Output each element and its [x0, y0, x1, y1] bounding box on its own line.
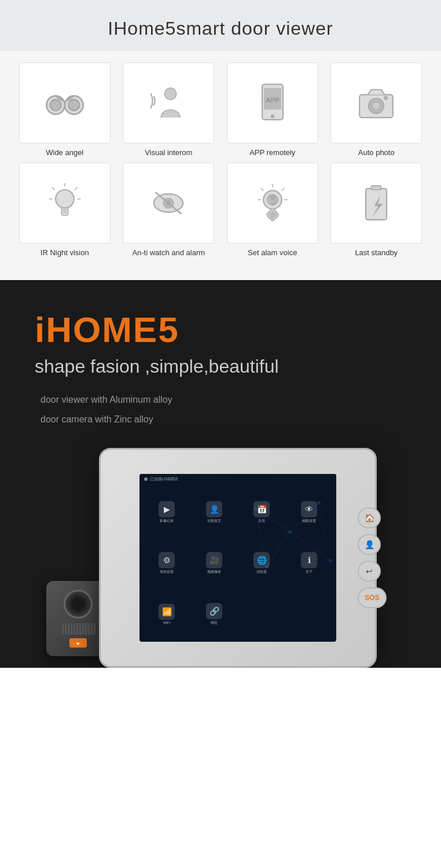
svg-rect-36 [271, 219, 274, 221]
app-phone-icon: APP [252, 82, 293, 124]
svg-rect-37 [266, 214, 269, 216]
alarm-settings-icon [252, 182, 293, 224]
svg-point-3 [68, 100, 79, 111]
feature-wide-angel: Wide angel [17, 62, 112, 157]
feature-set-alarm-voice-label: Set alam voice [248, 248, 297, 257]
feature-app-remotely-label: APP remotely [249, 148, 295, 157]
svg-line-51 [255, 509, 267, 567]
svg-line-50 [319, 503, 330, 561]
svg-line-47 [267, 532, 290, 567]
feature-auto-photo: Auto photo [329, 62, 424, 157]
person-wave-icon [148, 82, 189, 124]
battery-bolt-icon [355, 182, 397, 224]
camera-speaker [61, 623, 95, 635]
tablet-screen: 已连接USB调试 [139, 474, 336, 642]
header-section: IHome5smart door viewer [0, 0, 441, 51]
tablet-device: 已连接USB调试 [99, 448, 377, 668]
feature-app-remotely: APP APP remotely [225, 62, 320, 157]
menu-item-bind: 🔗 绑定 [192, 590, 237, 638]
promo-section: iHOME5 shape fasion ,simple,beautiful do… [0, 280, 441, 668]
feature-auto-photo-label: Auto photo [358, 148, 395, 157]
feature-visual-intercom: Visual interom [122, 62, 216, 157]
feature-ir-night-vision: IR Night vision [17, 163, 112, 257]
promo-desc2: door camera with Zinc alloy [35, 414, 406, 425]
svg-point-12 [384, 96, 388, 100]
feature-ir-night-vision-label: IR Night vision [41, 248, 89, 257]
feature-last-standby-label: Last standby [355, 248, 398, 257]
svg-line-27 [282, 188, 284, 190]
tablet-side-buttons: 🏠 👤 ↩ SOS [358, 507, 387, 608]
svg-text:APP: APP [266, 97, 280, 104]
camera-icon [355, 82, 397, 124]
network-visualization [244, 474, 336, 590]
lightbulb-icon [44, 182, 86, 224]
screen-status-text: 已连接USB调试 [150, 476, 178, 482]
promo-brand-name: iHOME5 [35, 309, 406, 350]
svg-point-8 [271, 115, 274, 118]
page-title: IHome5smart door viewer [12, 13, 429, 41]
svg-point-11 [372, 102, 380, 110]
feature-anti-watch-alarm: An-ti watch and alarm [122, 163, 216, 257]
binoculars-icon [44, 82, 86, 124]
svg-point-2 [50, 100, 61, 111]
person-button[interactable]: 👤 [358, 534, 381, 555]
svg-point-32 [270, 195, 274, 199]
svg-rect-38 [276, 214, 278, 216]
svg-point-4 [165, 88, 177, 100]
menu-item-visitor: 👤 访客留言 [192, 488, 237, 536]
camera-logo: ▶ [69, 638, 87, 648]
features-grid-row1: Wide angel Visual interom A [17, 62, 424, 157]
eye-slash-icon [148, 182, 189, 224]
sos-button[interactable]: SOS [358, 587, 387, 608]
brand-name: IHome5 [108, 18, 176, 39]
promo-desc1: door viewer with Aluminum alloy [35, 395, 406, 405]
svg-line-46 [290, 503, 319, 532]
device-showcase: ▶ 已连接USB调试 [35, 448, 406, 668]
menu-item-system-settings: ⚙ 系统设置 [144, 539, 189, 587]
svg-point-34 [270, 212, 275, 218]
menu-item-wifi: 📶 WiFi [144, 590, 189, 638]
home-button[interactable]: 🏠 [358, 507, 381, 528]
svg-line-49 [255, 509, 290, 532]
feature-last-standby: Last standby [329, 163, 424, 257]
feature-visual-intercom-label: Visual interom [145, 148, 192, 157]
svg-rect-35 [271, 208, 274, 211]
brand-subtitle: smart door viewer [176, 18, 333, 39]
svg-point-13 [56, 190, 74, 208]
menu-item-video-record: ▶ 影像记录 [144, 488, 189, 536]
svg-line-17 [75, 187, 77, 190]
feature-anti-watch-alarm-label: An-ti watch and alarm [132, 248, 205, 257]
svg-rect-40 [372, 186, 381, 190]
feature-wide-angel-label: Wide angel [46, 148, 83, 157]
features-grid-row2: IR Night vision An-ti watch and alarm [17, 163, 424, 257]
svg-line-19 [52, 187, 54, 190]
back-button[interactable]: ↩ [358, 561, 381, 582]
feature-set-alarm-voice: Set alam voice [225, 163, 320, 257]
features-section: Wide angel Visual interom A [0, 51, 441, 280]
promo-tagline: shape fasion ,simple,beautiful [35, 356, 406, 377]
svg-line-29 [261, 188, 263, 190]
camera-lens [64, 590, 93, 619]
svg-line-48 [290, 532, 330, 561]
menu-item-video-service: 🎥 视频服务 [192, 539, 237, 587]
